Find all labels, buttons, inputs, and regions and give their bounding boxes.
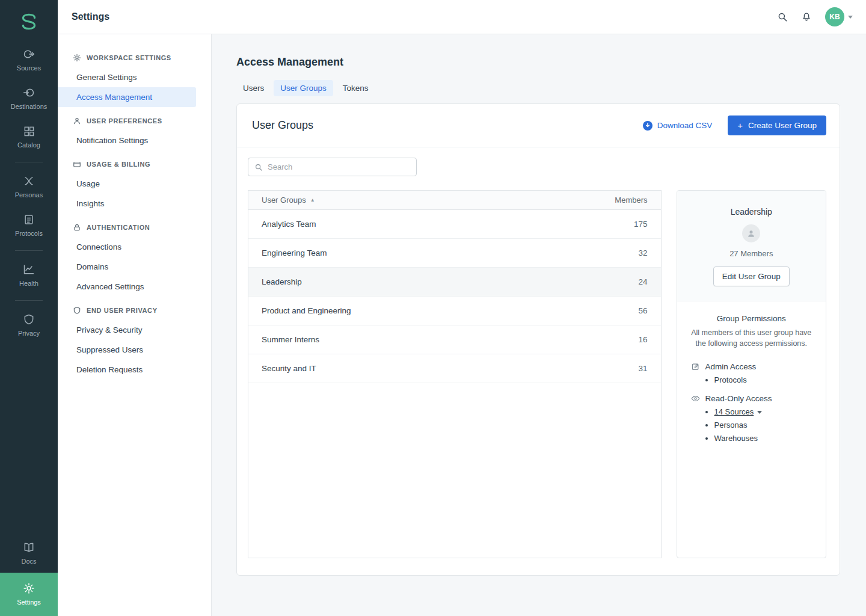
table-header-row: User Groups ▲ Members [248,191,661,210]
nav-item-domains[interactable]: Domains [58,257,196,277]
eye-icon [691,394,700,403]
download-csv-button[interactable]: Download CSV [643,121,713,131]
nav-item-advanced-settings[interactable]: Advanced Settings [58,277,196,297]
group-name-cell: Summer Interns [262,335,319,344]
search-icon[interactable] [777,11,788,22]
user-groups-card: User Groups Download CSV + Creat [236,103,840,576]
permissions-title: Group Permissions [689,314,814,323]
read-only-access-group: Read-Only Access 14 Sources Personas War… [689,394,814,443]
nav-item-suppressed-users[interactable]: Suppressed Users [58,340,196,360]
sidebar-divider [15,250,43,251]
members-cell: 175 [634,220,648,229]
sidebar-divider [15,162,43,162]
group-name-cell: Leadership [262,277,302,286]
section-user-preferences: USER PREFERENCES [58,117,211,125]
section-title: END USER PRIVACY [87,307,158,314]
page-header-title: Settings [72,11,109,22]
sources-count-link[interactable]: 14 Sources [714,407,754,416]
chevron-down-icon[interactable] [757,411,762,414]
permissions-description: All members of this user group have the … [689,327,814,349]
sidebar-item-label: Protocols [15,230,43,237]
credit-card-icon [73,160,81,168]
table-row[interactable]: Engineering Team 32 [248,239,661,268]
sidebar-item-settings[interactable]: Settings [0,573,58,616]
gear-icon [73,54,81,62]
members-cell: 32 [639,248,648,257]
table-row[interactable]: Summer Interns 16 [248,325,661,354]
nav-item-usage[interactable]: Usage [58,174,196,194]
sidebar-item-label: Sources [17,64,41,72]
sidebar-item-label: Health [19,280,38,287]
sidebar-item-docs[interactable]: Docs [0,534,58,573]
section-workspace-settings: WORKSPACE SETTINGS [58,54,211,62]
edit-user-group-button[interactable]: Edit User Group [713,266,790,286]
admin-access-label: Admin Access [705,362,757,371]
lock-icon [73,223,81,232]
sidebar-item-personas[interactable]: Personas [0,168,58,206]
sidebar-item-catalog[interactable]: Catalog [0,118,58,156]
table-row-selected[interactable]: Leadership 24 [248,268,661,297]
sidebar-item-health[interactable]: Health [0,256,58,295]
page-title: Access Management [236,56,840,69]
permission-item: Personas [714,420,814,430]
nav-item-access-management[interactable]: Access Management [58,87,196,107]
tab-users[interactable]: Users [236,80,271,96]
admin-access-list: Protocols [689,375,814,384]
sidebar-item-label: Docs [21,558,36,565]
section-end-user-privacy: END USER PRIVACY [58,306,211,315]
sidebar-item-label: Catalog [17,141,40,149]
settings-gear-icon [23,582,35,594]
top-header: Settings KB [58,0,866,34]
sidebar-item-privacy[interactable]: Privacy [0,306,58,345]
shield-icon [73,306,81,315]
section-title: WORKSPACE SETTINGS [87,54,171,61]
privacy-shield-icon [23,313,35,325]
card-actions: Download CSV + Create User Group [643,116,826,135]
group-detail-panel: Leadership 27 Members Edit User Group [677,190,826,558]
nav-item-privacy-security[interactable]: Privacy & Security [58,320,196,340]
notifications-bell-icon[interactable] [801,11,812,22]
table-row[interactable]: Product and Engineering 56 [248,297,661,325]
download-icon [643,121,653,131]
user-icon [73,117,81,125]
group-name: Leadership [683,207,820,217]
search-input[interactable] [268,162,410,171]
tab-bar: Users User Groups Tokens [236,80,840,96]
sidebar-item-sources[interactable]: Sources [0,41,58,79]
segment-logo[interactable] [0,0,58,41]
tab-tokens[interactable]: Tokens [336,80,375,96]
settings-nav: WORKSPACE SETTINGS General Settings Acce… [58,34,212,616]
nav-item-connections[interactable]: Connections [58,237,196,257]
sidebar-divider [15,300,43,301]
create-user-group-button[interactable]: + Create User Group [728,116,826,135]
app-root: Sources Destinations Catalog [0,0,866,616]
account-menu[interactable]: KB [825,7,853,26]
sidebar-item-label: Personas [15,191,43,199]
header-actions: KB [777,7,853,26]
group-avatar-icon [742,224,760,242]
sort-ascending-icon: ▲ [310,197,315,203]
sidebar-item-protocols[interactable]: Protocols [0,206,58,245]
members-cell: 31 [639,364,648,373]
search-box [248,158,417,176]
group-permissions: Group Permissions All members of this us… [677,301,826,460]
group-name-cell: Product and Engineering [262,306,351,315]
chevron-down-icon[interactable] [848,16,853,19]
nav-item-deletion-requests[interactable]: Deletion Requests [58,360,196,380]
protocols-icon [23,214,35,226]
tab-user-groups[interactable]: User Groups [274,80,333,96]
sidebar-item-destinations[interactable]: Destinations [0,79,58,118]
section-authentication: AUTHENTICATION [58,223,211,232]
card-title: User Groups [252,119,313,132]
nav-item-notification-settings[interactable]: Notification Settings [58,131,196,150]
column-header-user-groups[interactable]: User Groups ▲ [262,196,315,205]
permission-item: Protocols [714,375,814,384]
read-only-access-header: Read-Only Access [689,394,814,403]
table-row[interactable]: Security and IT 31 [248,354,661,383]
members-cell: 16 [639,335,648,344]
nav-item-insights[interactable]: Insights [58,194,196,214]
card-header: User Groups Download CSV + Creat [237,104,840,147]
avatar[interactable]: KB [825,7,844,26]
table-row[interactable]: Analytics Team 175 [248,210,661,239]
nav-item-general-settings[interactable]: General Settings [58,67,196,87]
